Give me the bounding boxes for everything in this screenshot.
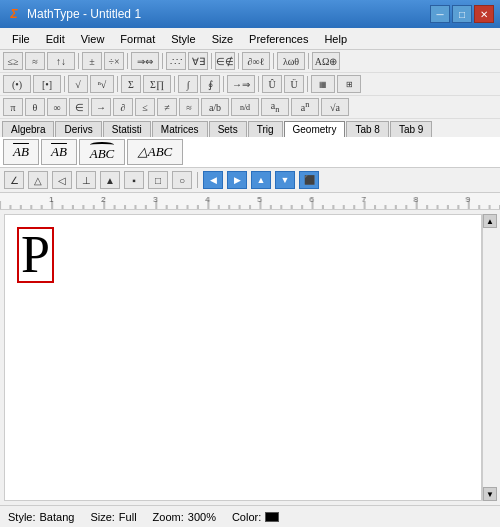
tpl-arc-abc[interactable]: ABC xyxy=(79,139,125,165)
menu-item-edit[interactable]: Edit xyxy=(38,31,73,47)
tb-neq[interactable]: ≠ xyxy=(157,98,177,116)
tb-leq-geq[interactable]: ≤≥ xyxy=(3,52,23,70)
tb-approx2[interactable]: ≈ xyxy=(179,98,199,116)
tb-brackets[interactable]: [•] xyxy=(33,75,61,93)
cursor-box: P xyxy=(17,227,54,283)
tb-matrix2[interactable]: ⊞ xyxy=(337,75,361,93)
status-bar: Style: Batang Size: Full Zoom: 300% Colo… xyxy=(0,505,500,527)
tb-sigma[interactable]: Σ xyxy=(121,75,141,93)
scroll-up[interactable]: ▲ xyxy=(483,214,497,228)
nav-btn-3[interactable]: ▲ xyxy=(251,171,271,189)
tb-partial-inf[interactable]: ∂∞ℓ xyxy=(242,52,270,70)
shape-square[interactable]: ▪ xyxy=(124,171,144,189)
tab-matrices[interactable]: Matrices xyxy=(152,121,208,137)
tb-therefore[interactable]: ∴∵ xyxy=(166,52,186,70)
tb-A-omega[interactable]: AΩ⊕ xyxy=(312,52,340,70)
tb-sqrt2[interactable]: ⁿ√ xyxy=(90,75,114,93)
menu-item-preferences[interactable]: Preferences xyxy=(241,31,316,47)
toolbar-row-1: ≤≥ ≈ ↑↓ ± ÷× ⇒⇔ ∴∵ ∀∃ ∈∉ ∂∞ℓ λωθ AΩ⊕ xyxy=(0,50,500,73)
tb-divide[interactable]: ÷× xyxy=(104,52,124,70)
tab-trig[interactable]: Trig xyxy=(248,121,283,137)
tb-uml-u[interactable]: Ü xyxy=(284,75,304,93)
tb-inf[interactable]: ∞ xyxy=(47,98,67,116)
tb-sigma-big[interactable]: Σ∏ xyxy=(143,75,171,93)
menu-item-size[interactable]: Size xyxy=(204,31,241,47)
tab-statisti[interactable]: Statisti xyxy=(103,121,151,137)
sep2 xyxy=(127,53,128,69)
scroll-down[interactable]: ▼ xyxy=(483,487,497,501)
tb-approx[interactable]: ≈ xyxy=(25,52,45,70)
shape-rect[interactable]: □ xyxy=(148,171,168,189)
tab-tab 9[interactable]: Tab 9 xyxy=(390,121,432,137)
toolbar-area: ≤≥ ≈ ↑↓ ± ÷× ⇒⇔ ∴∵ ∀∃ ∈∉ ∂∞ℓ λωθ AΩ⊕ (•)… xyxy=(0,50,500,210)
shape-angle[interactable]: ∠ xyxy=(4,171,24,189)
nav-btn-1[interactable]: ◀ xyxy=(203,171,223,189)
tab-derivs[interactable]: Derivs xyxy=(55,121,101,137)
tab-geometry[interactable]: Geometry xyxy=(284,121,346,137)
tpl-overline-ab2[interactable]: AB xyxy=(41,139,77,165)
maximize-button[interactable]: □ xyxy=(452,5,472,23)
size-value: Full xyxy=(119,511,137,523)
scroll-track[interactable] xyxy=(483,228,496,487)
tb-oint[interactable]: ∮ xyxy=(200,75,220,93)
tb-sqrt[interactable]: √ xyxy=(68,75,88,93)
status-style: Style: Batang xyxy=(8,511,74,523)
tpl-overline-ab[interactable]: AB xyxy=(3,139,39,165)
tb-elem[interactable]: ∈ xyxy=(69,98,89,116)
menu-bar: FileEditViewFormatStyleSizePreferencesHe… xyxy=(0,28,500,50)
nav-btn-5[interactable]: ⬛ xyxy=(299,171,319,189)
menu-item-style[interactable]: Style xyxy=(163,31,203,47)
nav-btn-4[interactable]: ▼ xyxy=(275,171,295,189)
tb-arrows-updown[interactable]: ↑↓ xyxy=(47,52,75,70)
minimize-button[interactable]: ─ xyxy=(430,5,450,23)
tb-integral[interactable]: ∫ xyxy=(178,75,198,93)
tb-matrix[interactable]: ▦ xyxy=(311,75,335,93)
sep3 xyxy=(162,53,163,69)
tb-plus-minus[interactable]: ± xyxy=(82,52,102,70)
color-swatch xyxy=(265,512,279,522)
nav-btn-2[interactable]: ▶ xyxy=(227,171,247,189)
tb-arrows-lr[interactable]: ⇒⇔ xyxy=(131,52,159,70)
tb-pi[interactable]: π xyxy=(3,98,23,116)
zoom-value: 300% xyxy=(188,511,216,523)
sep6 xyxy=(273,53,274,69)
tb-superscript[interactable]: an xyxy=(291,98,319,116)
shape-blacktri[interactable]: ▲ xyxy=(100,171,120,189)
status-size: Size: Full xyxy=(90,511,136,523)
tb-in-notin[interactable]: ∈∉ xyxy=(215,52,235,70)
tb-parens[interactable]: (•) xyxy=(3,75,31,93)
tab-sets[interactable]: Sets xyxy=(209,121,247,137)
tb-theta[interactable]: θ xyxy=(25,98,45,116)
tb-subscript[interactable]: an xyxy=(261,98,289,116)
shape-triangle2[interactable]: ◁ xyxy=(52,171,72,189)
menu-item-file[interactable]: File xyxy=(4,31,38,47)
tb-partial[interactable]: ∂ xyxy=(113,98,133,116)
tb-frac[interactable]: a/b xyxy=(201,98,229,116)
tab-tab 8[interactable]: Tab 8 xyxy=(346,121,388,137)
tb-forall[interactable]: ∀∃ xyxy=(188,52,208,70)
shape-perp[interactable]: ⊥ xyxy=(76,171,96,189)
menu-item-format[interactable]: Format xyxy=(112,31,163,47)
toolbar-row-3: π θ ∞ ∈ → ∂ ≤ ≠ ≈ a/b n/d an an √a xyxy=(0,96,500,119)
tb-lambda-omega[interactable]: λωθ xyxy=(277,52,305,70)
menu-item-view[interactable]: View xyxy=(73,31,113,47)
shape-triangle[interactable]: △ xyxy=(28,171,48,189)
close-button[interactable]: ✕ xyxy=(474,5,494,23)
sep8 xyxy=(64,76,65,92)
tb-rightarrow[interactable]: → xyxy=(91,98,111,116)
tab-algebra[interactable]: Algebra xyxy=(2,121,54,137)
tb-frac2[interactable]: n/d xyxy=(231,98,259,116)
tb-leq2[interactable]: ≤ xyxy=(135,98,155,116)
sep9 xyxy=(117,76,118,92)
tpl-triangle-abc[interactable]: △ABC xyxy=(127,139,183,165)
tb-hat-u[interactable]: Û xyxy=(262,75,282,93)
tb-arrow-right[interactable]: →⇒ xyxy=(227,75,255,93)
scrollbar[interactable]: ▲ ▼ xyxy=(482,214,496,501)
title-text: MathType - Untitled 1 xyxy=(27,7,141,21)
sep7 xyxy=(308,53,309,69)
shape-circle[interactable]: ○ xyxy=(172,171,192,189)
tb-sqrt3[interactable]: √a xyxy=(321,98,349,116)
size-label: Size: xyxy=(90,511,114,523)
editor-page[interactable]: P xyxy=(4,214,482,501)
menu-item-help[interactable]: Help xyxy=(316,31,355,47)
